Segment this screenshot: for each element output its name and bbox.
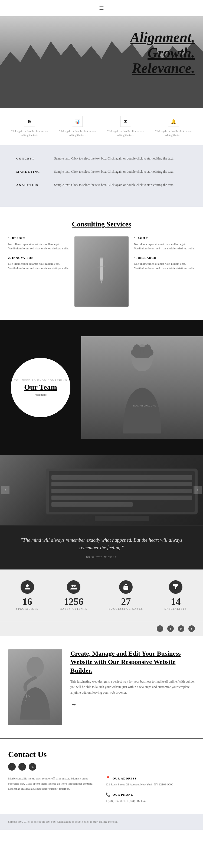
consulting-design-title: 1. DESIGN — [8, 237, 69, 240]
contact-phone-text: 1 (234) 567-891, 1 (234) 987 654 — [106, 799, 195, 804]
consulting-innovation-title: 2. INNOVATION — [8, 256, 69, 259]
contact-address-label: 📍 OUR ADDRESS — [106, 776, 195, 780]
consulting-design: 1. DESIGN Nec ullamcorper sit amet risus… — [8, 237, 69, 251]
stat-icon-specialists-1 — [21, 580, 34, 594]
quote-author: BRIGITTE NICOLE — [16, 556, 187, 559]
contact-left-col: Morbi convallis metus eros, semper effic… — [8, 776, 97, 809]
contact-header: Contact Us f t in — [8, 750, 195, 771]
hero-section: Alignment. Growth. Relevance. — [0, 16, 203, 108]
cta-section: Create, Manage and Edit Your Business We… — [0, 636, 203, 739]
team-eyebrow: YOU NEED TO KNOW SOMETHING — [14, 379, 68, 382]
svg-rect-12 — [51, 482, 192, 486]
quote-text: "The mind will always remember exactly w… — [16, 536, 187, 552]
consulting-research: 4. RESEARCH Nec ullamcorper sit amet ris… — [134, 256, 195, 271]
feature-text-1: Click again or double click to start edi… — [8, 129, 51, 137]
contact-section: Contact Us f t in Morbi convallis metus … — [0, 739, 203, 814]
stat-icon-cases — [119, 580, 133, 594]
stat-label-happy-clients: HAPPY CLIENTS — [60, 607, 87, 610]
svg-point-24 — [27, 657, 44, 677]
svg-rect-16 — [95, 516, 149, 521]
svg-point-18 — [72, 585, 74, 587]
stat-label-specialists-2: SPECIALISTS — [164, 607, 187, 610]
feature-text-3: Click again or double click to start edi… — [104, 129, 147, 137]
briefcase-icon — [123, 584, 129, 590]
svg-point-6 — [133, 344, 141, 358]
feature-icon-1: 🖥 — [24, 116, 35, 127]
contact-address: 📍 OUR ADDRESS 121 Rock Street, 21 Avenue… — [106, 776, 195, 787]
laptop-image — [0, 455, 203, 525]
team-circle: YOU NEED TO KNOW SOMETHING Our Team read… — [11, 358, 70, 417]
service-desc-analytics: Sample text. Click to select the text bo… — [54, 182, 174, 188]
social-instagram-icon[interactable]: in — [178, 625, 184, 632]
stat-specialists-1: 16 SPECIALISTS — [16, 580, 39, 610]
consulting-right: 3. AGILE Nec ullamcorper sit amet risus … — [134, 237, 195, 307]
stat-successful-cases: 27 SUCCESSFUL CASES — [109, 580, 144, 610]
feature-icon-2: 📊 — [72, 116, 83, 127]
svg-text:IMAGINE DRAGONS: IMAGINE DRAGONS — [133, 404, 156, 407]
svg-marker-1 — [100, 280, 103, 284]
svg-rect-13 — [51, 489, 192, 493]
contact-title: Contact Us — [8, 750, 195, 759]
cta-person-silhouette — [15, 655, 55, 719]
svg-rect-2 — [100, 257, 103, 259]
contact-facebook-icon[interactable]: f — [8, 763, 16, 771]
consulting-left: 1. DESIGN Nec ullamcorper sit amet risus… — [8, 237, 69, 307]
social-tumblr-icon[interactable]: t — [188, 625, 195, 632]
stat-number-27: 27 — [109, 596, 144, 607]
social-facebook-icon[interactable]: f — [157, 625, 163, 632]
consulting-innovation-desc: Nec ullamcorper sit amet risus nullam eg… — [8, 261, 69, 271]
team-read-more-link[interactable]: read more — [35, 393, 47, 396]
consulting-innovation: 2. INNOVATION Nec ullamcorper sit amet r… — [8, 256, 69, 271]
consulting-section: Consulting Services 1. DESIGN Nec ullamc… — [0, 207, 203, 320]
svg-rect-14 — [51, 496, 192, 500]
social-twitter-icon[interactable]: t — [167, 625, 174, 632]
consulting-agile: 3. AGILE Nec ullamcorper sit amet risus … — [134, 237, 195, 251]
feature-icon-3: ✉ — [120, 116, 131, 127]
stat-number-16: 16 — [16, 596, 39, 607]
feature-text-2: Click again or double click to start edi… — [56, 129, 99, 137]
cta-arrow-icon[interactable]: → — [70, 701, 77, 708]
consulting-design-desc: Nec ullamcorper sit amet risus nullam eg… — [8, 242, 69, 251]
consulting-agile-title: 3. AGILE — [134, 237, 195, 240]
feature-text-4: Click again or double click to start edi… — [152, 129, 195, 137]
cta-photo — [8, 649, 62, 725]
svg-rect-22 — [175, 588, 176, 589]
team-photo-figure: IMAGINE DRAGONS — [81, 336, 203, 439]
service-row-analytics: ANALYTICS Sample text. Click to select t… — [16, 182, 187, 188]
contact-address-text: 121 Rock Street, 21 Avenue, New York, NY… — [106, 782, 195, 787]
feature-item-4: 🔔 Click again or double click to start e… — [152, 116, 195, 137]
consulting-title: Consulting Services — [8, 220, 195, 228]
feature-item-3: ✉ Click again or double click to start e… — [104, 116, 147, 137]
team-photo: IMAGINE DRAGONS — [81, 336, 203, 439]
footer: Sample text. Click to select the text bo… — [0, 814, 203, 830]
nav: ☰ WORK CASES SERVICES ABOUT US CAREERS C… — [0, 0, 203, 16]
carousel-next-button[interactable]: › — [194, 486, 202, 494]
cta-text: This fascinating web design is a perfect… — [70, 679, 195, 695]
stat-icon-trophy — [169, 580, 182, 594]
team-section: YOU NEED TO KNOW SOMETHING Our Team read… — [0, 320, 203, 455]
laptop-section: ‹ › — [0, 455, 203, 525]
contact-instagram-icon[interactable]: in — [29, 763, 36, 771]
service-label-marketing: MARKETING — [16, 169, 54, 174]
contact-grid: Morbi convallis metus eros, semper effic… — [8, 776, 195, 809]
group-icon — [70, 584, 77, 590]
features-section: 🖥 Click again or double click to start e… — [0, 108, 203, 145]
pencil-icon — [91, 255, 112, 288]
svg-point-7 — [144, 344, 152, 358]
service-row-concept: CONCEPT Sample text. Click to select the… — [16, 156, 187, 161]
carousel-prev-button[interactable]: ‹ — [1, 486, 9, 494]
consulting-grid: 1. DESIGN Nec ullamcorper sit amet risus… — [8, 237, 195, 307]
hamburger-icon[interactable]: ☰ — [99, 5, 104, 11]
consulting-image — [74, 237, 129, 307]
stat-number-1256: 1256 — [60, 596, 87, 607]
contact-twitter-icon[interactable]: t — [18, 763, 26, 771]
contact-phone: 📞 OUR PHONE 1 (234) 567-891, 1 (234) 987… — [106, 793, 195, 804]
footer-text: Sample text. Click to select the text bo… — [8, 819, 195, 824]
services-list-section: CONCEPT Sample text. Click to select the… — [0, 145, 203, 207]
service-desc-concept: Sample text. Click to select the text bo… — [54, 156, 174, 161]
consulting-research-title: 4. RESEARCH — [134, 256, 195, 259]
contact-phone-label: 📞 OUR PHONE — [106, 793, 195, 797]
stat-label-successful-cases: SUCCESSFUL CASES — [109, 607, 144, 610]
contact-body-text: Morbi convallis metus eros, semper effic… — [8, 776, 97, 791]
feature-item-2: 📊 Click again or double click to start e… — [56, 116, 99, 137]
